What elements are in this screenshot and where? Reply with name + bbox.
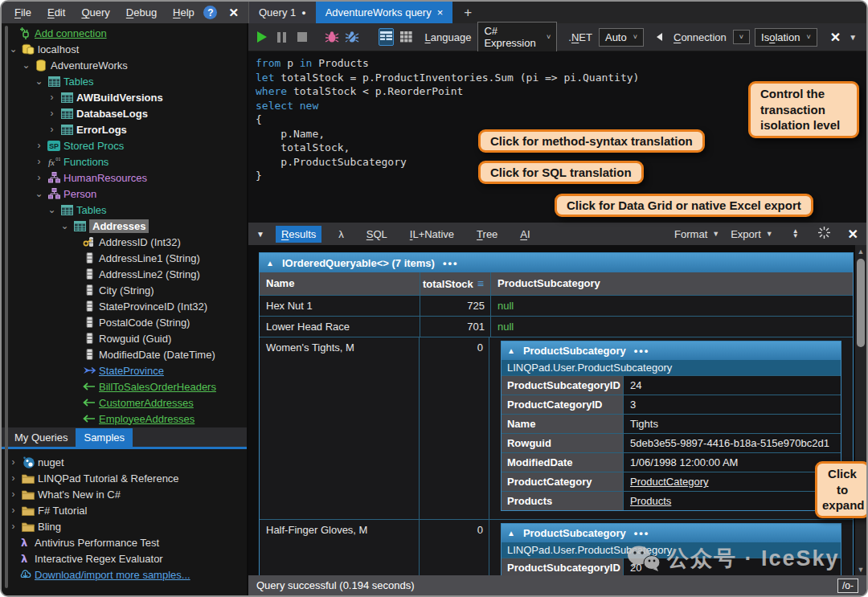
chevron-right-icon[interactable]: › [34,156,44,167]
results-tab-il-native[interactable]: IL+Native [404,226,460,243]
chevron-right-icon[interactable]: › [8,456,18,468]
results-tab-ai[interactable]: AI [514,226,535,243]
pause-button[interactable] [275,28,290,46]
results-tab-tree[interactable]: Tree [471,226,503,243]
explorer-item[interactable]: StateProvinceID (Int32) [2,298,247,314]
chevron-down-icon[interactable]: ⌄ [47,204,57,215]
explorer-item[interactable]: AddressID (Int32) [2,234,247,250]
samples-item[interactable]: ›Bling [2,518,247,534]
debug-button[interactable] [325,28,340,46]
collapse-icon[interactable]: ▲ [507,346,515,355]
nested-table-header[interactable]: ▲ProductSubcategory••• [502,341,841,360]
chevron-right-icon[interactable]: › [34,140,44,151]
shrink-results-icon[interactable] [818,227,830,241]
explorer-item[interactable]: ⌄localhost [2,41,247,57]
menu-debug[interactable]: Debug [118,3,165,22]
results-object-header[interactable]: ▲IOrderedQueryable<> (7 items)••• [260,253,853,272]
connection-back-icon[interactable] [657,33,662,41]
explorer-scrollbar[interactable] [5,26,8,588]
samples-item[interactable]: ›LINQPad Tutorial & Reference [2,470,247,486]
scroll-down-icon[interactable]: ▼ [855,563,866,575]
chevron-right-icon[interactable]: › [34,172,44,183]
rich-text-results-button[interactable] [379,28,394,46]
scrollbar-thumb[interactable] [857,259,865,347]
data-grid-results-button[interactable] [399,28,414,46]
tab-adventureworks-query[interactable]: AdventureWorks query× [316,2,453,23]
chevron-right-icon[interactable]: › [8,489,18,500]
collapse-results-icon[interactable]: ▼ [256,230,264,239]
chevron-down-icon[interactable]: ⌄ [8,43,18,55]
stop-button[interactable] [294,28,309,46]
explorer-item[interactable]: ⌄Addresses [2,218,247,234]
chevron-right-icon[interactable]: › [8,505,18,516]
debug-break-button[interactable] [344,28,359,46]
chevron-right-icon[interactable]: › [8,472,18,484]
results-tab--[interactable]: λ [333,226,350,243]
scroll-up-icon[interactable]: ▲ [855,245,866,257]
explorer-item[interactable]: Rowguid (Guid) [2,330,247,346]
panel-tab-my-queries[interactable]: My Queries [6,428,76,447]
nested-field-value[interactable]: ProductCategory [624,472,841,491]
chevron-right-icon[interactable]: › [8,521,18,532]
chevron-down-icon[interactable]: ⌄ [34,76,44,87]
column-header-totalstock[interactable]: totalStock≡ [420,272,491,295]
explorer-item[interactable]: ›fx01Functions [2,153,247,170]
explorer-item[interactable]: ›AWBuildVersions [2,89,247,105]
explorer-item[interactable]: ›ErrorLogs [2,121,247,137]
more-options-button[interactable]: ••• [634,345,650,357]
samples-item[interactable]: λInteractive Regex Evaluator [2,550,247,566]
column-header-productsubcategory[interactable]: ProductSubcategory [491,272,853,295]
chevron-down-icon[interactable]: ⌄ [59,220,70,231]
explorer-item[interactable]: ⌄Tables [2,73,247,89]
samples-item[interactable]: λAntivirus Performance Test [2,534,247,550]
help-icon[interactable]: ? [203,6,217,19]
samples-item[interactable]: Download/import more samples... [2,566,247,583]
close-results-button[interactable]: ✕ [848,227,858,242]
explorer-item[interactable]: StateProvince [2,362,247,378]
samples-item[interactable]: ›F# Tutorial [2,502,247,518]
samples-item[interactable]: ›What's New in C# [2,486,247,502]
toolbar-overflow-caret[interactable]: ▼ [849,33,857,42]
sort-icon[interactable]: ≡ [477,277,484,290]
menu-help[interactable]: Help [165,3,203,22]
column-header-name[interactable]: Name [260,272,420,295]
new-tab-button[interactable]: + [452,2,483,23]
more-options-button[interactable]: ••• [634,527,650,539]
menu-query[interactable]: Query [73,3,117,22]
explorer-item[interactable]: ⌄Person [2,186,247,202]
explorer-item[interactable]: EmployeeAddresses [2,411,247,427]
explorer-item[interactable]: CustomerAddresses [2,395,247,411]
chevron-right-icon[interactable]: › [47,124,57,135]
explorer-item[interactable]: ⌄AdventureWorks [2,57,247,73]
close-icon[interactable]: ✕ [228,6,239,20]
format-dropdown[interactable]: Format▼ [674,228,719,240]
more-options-button[interactable]: ••• [443,257,459,269]
close-tab-icon[interactable]: × [437,6,444,18]
nested-field-value[interactable]: Products [624,492,841,510]
explorer-item[interactable]: AddressLine1 (String) [2,250,247,266]
nested-table-header[interactable]: ▲ProductSubcategory••• [502,524,841,542]
results-scrollbar[interactable]: ▲ ▼ [855,245,866,575]
samples-item[interactable]: ›nuget [2,454,247,470]
results-tab-sql[interactable]: SQL [361,226,393,243]
explorer-item[interactable]: ModifiedDate (DateTime) [2,346,247,362]
close-query-button[interactable]: ✕ [830,30,841,45]
resize-panel-control[interactable]: ▲▼ [792,229,799,239]
connection-dropdown[interactable]: ˅ [733,30,750,44]
explorer-item[interactable]: ›HumanResources [2,170,247,186]
chevron-right-icon[interactable]: › [47,108,57,119]
panel-tab-samples[interactable]: Samples [76,428,133,447]
explorer-item[interactable]: PostalCode (String) [2,314,247,330]
explorer-item[interactable]: Add connection [2,25,247,41]
collapse-icon[interactable]: ▲ [507,529,515,538]
collapse-icon[interactable]: ▲ [266,259,274,268]
explorer-item[interactable]: BillToSalesOrderHeaders [2,378,247,395]
language-dropdown[interactable]: C# Expression˅ [477,22,557,52]
net-dropdown[interactable]: Auto˅ [599,28,644,47]
chevron-right-icon[interactable]: › [47,92,57,103]
chevron-down-icon[interactable]: ⌄ [21,59,31,71]
menu-edit[interactable]: Edit [39,3,73,22]
tab-query-1[interactable]: Query 1● [249,2,316,23]
explorer-item[interactable]: ⌄Tables [2,202,247,218]
run-button[interactable] [255,28,270,46]
